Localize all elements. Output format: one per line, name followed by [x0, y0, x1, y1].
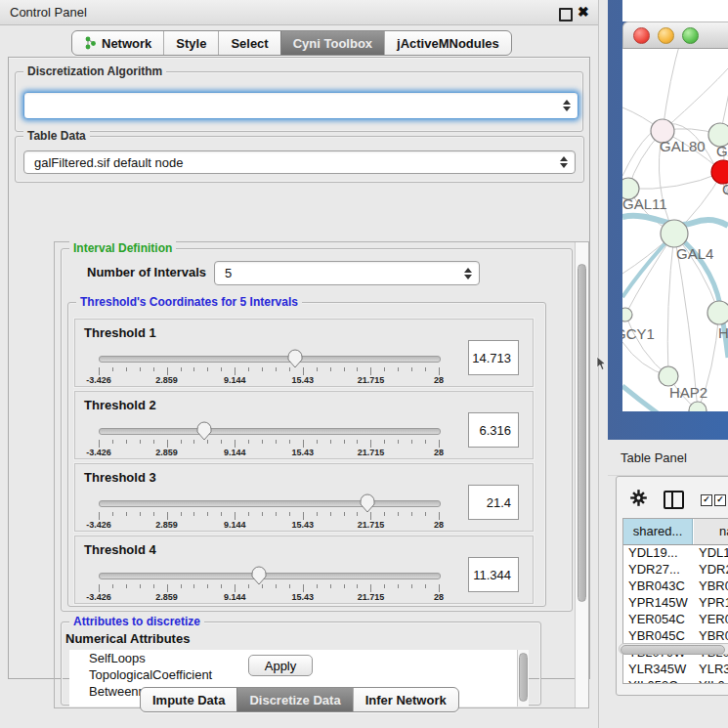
- apply-button[interactable]: Apply: [248, 655, 313, 676]
- slider-track[interactable]: [99, 500, 441, 507]
- table-row[interactable]: YBR045CYBR0: [623, 627, 728, 644]
- table-row[interactable]: YBR043CYBR0: [623, 578, 728, 594]
- tick-label: 2.859: [155, 448, 178, 457]
- tab-style[interactable]: Style: [163, 31, 218, 55]
- tab-impute-data[interactable]: Impute Data: [141, 688, 236, 711]
- tick-mark: [398, 512, 399, 516]
- tick-mark: [181, 367, 182, 371]
- slider-track[interactable]: [99, 356, 441, 363]
- table-row[interactable]: YER054CYER0: [623, 611, 728, 627]
- slider-thumb[interactable]: [287, 348, 303, 372]
- tab-select[interactable]: Select: [218, 31, 279, 55]
- number-of-intervals-label: Number of Intervals: [87, 265, 206, 279]
- cell-name: YDR2: [699, 561, 728, 578]
- table-data-combobox[interactable]: galFiltered.sif default node: [23, 150, 576, 174]
- tick-label: -3.426: [86, 520, 111, 530]
- tab-discretize-data[interactable]: Discretize Data: [236, 688, 352, 711]
- float-window-icon[interactable]: [559, 8, 573, 21]
- tick-label: 28: [434, 592, 444, 602]
- algorithm-combobox[interactable]: [23, 92, 578, 119]
- column-header-shared-name[interactable]: shared...: [623, 519, 693, 544]
- cell-name: YBR0: [699, 627, 728, 644]
- number-of-intervals-combobox[interactable]: 5: [214, 261, 480, 285]
- attributes-list-scrollbar[interactable]: [517, 650, 529, 707]
- network-graph[interactable]: GAL80GACGAL11GAL4HGCY1HAP2: [622, 49, 728, 411]
- tick-mark: [357, 440, 358, 444]
- tick-mark: [248, 584, 249, 588]
- gear-icon[interactable]: [630, 490, 647, 506]
- tick-mark: [276, 367, 277, 371]
- slider-track[interactable]: [99, 428, 441, 435]
- close-traffic-light-icon[interactable]: [633, 27, 650, 44]
- tick-mark: [370, 440, 371, 448]
- tick-mark: [344, 440, 345, 444]
- tick-label: 28: [434, 448, 444, 457]
- tick-mark: [330, 440, 331, 444]
- tab-jactivemnodules[interactable]: jActiveMNodules: [384, 31, 511, 55]
- node-label: H: [718, 324, 728, 341]
- interval-definition-title: Interval Definition: [69, 241, 176, 255]
- thresholds-group: Threshold's Coordinates for 5 Intervals …: [67, 302, 546, 607]
- cyni-toolbox-content: Discretization Algorithm Table Data galF…: [8, 57, 590, 679]
- network-canvas[interactable]: GAL80GACGAL11GAL4HGCY1HAP2: [622, 49, 728, 411]
- tick-mark: [140, 367, 141, 371]
- threshold-value-field[interactable]: 14.713: [468, 340, 519, 375]
- table-panel-titlebar[interactable]: Table Panel: [608, 440, 728, 476]
- table-row[interactable]: YPR145WYPR1: [623, 594, 728, 611]
- threshold-value-field[interactable]: 21.4: [468, 485, 519, 520]
- table-row[interactable]: YDR27...YDR2: [623, 561, 728, 578]
- threshold-label: Threshold 4: [84, 542, 156, 557]
- table-horizontal-scrollbar[interactable]: [619, 643, 728, 655]
- mouse-cursor-icon: [596, 356, 607, 371]
- threshold-value-field[interactable]: 11.344: [468, 557, 519, 592]
- table-row[interactable]: YLR345WYLR3: [623, 661, 728, 677]
- tick-mark: [411, 367, 412, 371]
- node-label: C: [722, 181, 728, 197]
- column-header-name[interactable]: na: [694, 519, 728, 544]
- tick-mark: [317, 512, 318, 516]
- minimize-traffic-light-icon[interactable]: [658, 27, 674, 44]
- slider-ticks: [99, 512, 439, 520]
- tick-mark: [344, 512, 345, 516]
- slider-thumb[interactable]: [196, 420, 212, 445]
- network-node[interactable]: [707, 301, 728, 324]
- node-label: GAL4: [676, 245, 713, 262]
- zoom-traffic-light-icon[interactable]: [682, 27, 699, 44]
- network-node[interactable]: [659, 366, 678, 386]
- network-window-titlebar[interactable]: [622, 21, 728, 49]
- tick-mark: [112, 584, 113, 588]
- tick-mark: [289, 584, 290, 588]
- cell-shared-name: YDR27...: [628, 561, 680, 578]
- settings-vertical-scrollbar[interactable]: [575, 242, 588, 707]
- tick-mark: [99, 512, 100, 520]
- split-columns-icon[interactable]: [664, 491, 684, 509]
- network-node[interactable]: [622, 308, 632, 321]
- threshold-value-field[interactable]: 6.316: [468, 412, 519, 448]
- threshold-label: Threshold 2: [84, 398, 156, 412]
- tick-label: -3.426: [86, 448, 111, 457]
- checkbox-checked-icon[interactable]: ✓: [714, 494, 726, 506]
- table-row[interactable]: YDL19...YDL1: [623, 544, 728, 561]
- close-icon[interactable]: ✖: [578, 4, 589, 20]
- tick-label: 2.859: [155, 592, 178, 602]
- tick-mark: [357, 512, 358, 516]
- tick-mark: [262, 367, 263, 371]
- tick-mark: [398, 367, 399, 371]
- tick-mark: [303, 512, 304, 520]
- tick-mark: [439, 584, 440, 592]
- tab-infer-network[interactable]: Infer Network: [353, 688, 458, 711]
- tick-mark: [193, 440, 194, 444]
- tick-label: 21.715: [358, 448, 385, 457]
- table-row[interactable]: YIL053CYIL0: [623, 677, 728, 684]
- control-panel-titlebar[interactable]: Control Panel ✖: [0, 0, 598, 25]
- network-node[interactable]: [661, 220, 688, 247]
- slider-thumb[interactable]: [360, 492, 375, 517]
- slider-thumb[interactable]: [251, 565, 267, 589]
- tab-network[interactable]: Network: [72, 31, 163, 55]
- tab-cyni-toolbox[interactable]: Cyni Toolbox: [280, 31, 384, 55]
- slider-track[interactable]: [99, 573, 441, 579]
- checkbox-checked-icon[interactable]: ✓: [701, 494, 712, 506]
- tab-style-label: Style: [176, 36, 206, 51]
- network-node[interactable]: [689, 402, 707, 411]
- screen: Control Panel ✖ NetworkStyleSelectCyni T…: [0, 0, 728, 728]
